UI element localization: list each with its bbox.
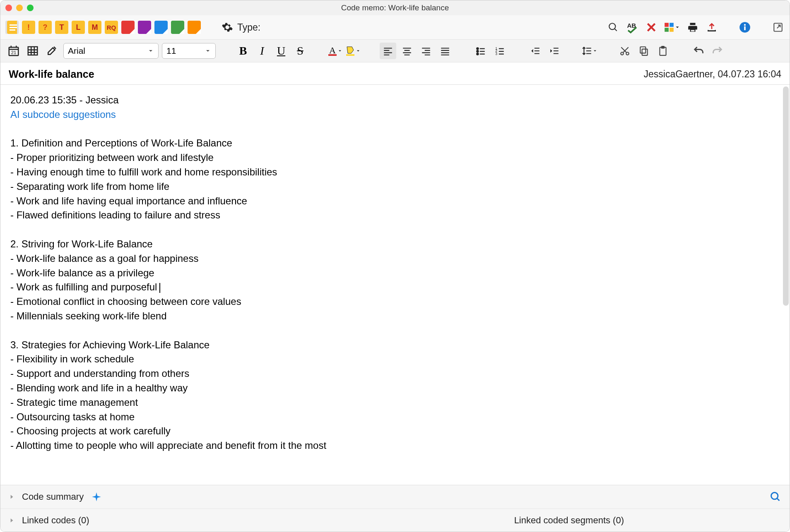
ai-suggestions-link[interactable]: AI subcode suggestions xyxy=(10,108,780,122)
svg-point-48 xyxy=(477,53,478,55)
bullet: - Emotional conflict in choosing between… xyxy=(10,295,780,309)
highlight-color-button[interactable] xyxy=(345,43,361,59)
align-center-button[interactable] xyxy=(399,43,415,59)
t-marker[interactable]: T xyxy=(55,21,68,34)
search-icon[interactable] xyxy=(607,21,620,34)
bullet: - Having enough time to fulfill work and… xyxy=(10,165,780,180)
align-right-button[interactable] xyxy=(418,43,434,59)
svg-text:A: A xyxy=(329,45,336,55)
purple-flag-marker[interactable] xyxy=(138,21,151,34)
svg-rect-28 xyxy=(328,54,337,56)
bullet: - Proper prioritizing between work and l… xyxy=(10,151,780,165)
copy-icon[interactable] xyxy=(636,43,652,59)
redo-button[interactable] xyxy=(709,43,726,59)
outdent-button[interactable] xyxy=(527,43,544,59)
search-summary-icon[interactable] xyxy=(770,491,781,503)
bullet: - Flexibility in work schedule xyxy=(10,352,780,367)
linked-row: Linked codes (0) Linked coded segments (… xyxy=(0,508,790,532)
indent-button[interactable] xyxy=(546,43,563,59)
memo-header: Work-life balance JessicaGaertner, 04.07… xyxy=(0,62,790,85)
bullet-list-button[interactable] xyxy=(472,43,489,59)
svg-rect-1 xyxy=(10,24,17,26)
scrollbar-thumb[interactable] xyxy=(783,86,789,306)
chevron-right-icon xyxy=(9,494,14,500)
bullet: - Blending work and life in a healthy wa… xyxy=(10,381,780,395)
popout-icon[interactable] xyxy=(771,21,785,34)
strikethrough-button[interactable]: S xyxy=(292,43,308,59)
chevron-right-icon xyxy=(9,518,14,523)
italic-button[interactable]: I xyxy=(254,43,270,59)
m-marker[interactable]: M xyxy=(88,21,101,34)
svg-rect-71 xyxy=(642,49,648,55)
code-summary-row[interactable]: Code summary xyxy=(0,485,790,508)
memo-author-date: JessicaGaertner, 04.07.23 16:04 xyxy=(644,69,781,80)
bullet: - Work as fulfilling and purposeful xyxy=(10,280,780,295)
toolbar-primary: ! ? T L M RQ Type: AB xyxy=(0,15,790,39)
undo-button[interactable] xyxy=(690,43,707,59)
exclamation-marker[interactable]: ! xyxy=(22,21,35,34)
font-size-dropdown[interactable]: 11 xyxy=(162,43,216,59)
svg-marker-75 xyxy=(92,492,101,501)
bullet: - Separating work life from home life xyxy=(10,180,780,194)
svg-point-15 xyxy=(744,24,746,26)
font-family-dropdown[interactable]: Arial xyxy=(63,43,159,59)
svg-rect-11 xyxy=(665,28,669,32)
svg-point-46 xyxy=(477,48,478,49)
close-window-button[interactable] xyxy=(5,5,12,11)
svg-rect-22 xyxy=(28,47,38,55)
bullet: - Choosing projects at work carefully xyxy=(10,424,780,439)
bullet: - Work and life having equal importance … xyxy=(10,194,780,208)
info-icon[interactable] xyxy=(738,21,751,34)
svg-rect-74 xyxy=(662,46,665,48)
paste-icon[interactable] xyxy=(655,43,671,59)
underline-button[interactable]: U xyxy=(273,43,289,59)
align-left-button[interactable] xyxy=(380,43,396,59)
memo-body[interactable]: 20.06.23 15:35 - Jessica AI subcode sugg… xyxy=(0,85,790,485)
toolbar-formatting: 21 Arial 11 B I U S A xyxy=(0,39,790,62)
text-color-button[interactable]: A xyxy=(328,43,342,59)
bullet: - Flawed definitions leading to failure … xyxy=(10,208,780,223)
align-justify-button[interactable] xyxy=(437,43,453,59)
color-grid-dropdown[interactable] xyxy=(664,21,680,34)
cut-icon[interactable] xyxy=(617,43,633,59)
window-title: Code memo: Work-life balance xyxy=(341,3,449,12)
table-icon[interactable] xyxy=(24,43,41,59)
green-flag-marker[interactable] xyxy=(171,21,184,34)
sparkle-icon[interactable] xyxy=(91,491,102,502)
svg-rect-12 xyxy=(670,28,674,32)
l-marker[interactable]: L xyxy=(72,21,85,34)
bullet: - Work-life balance as a goal for happin… xyxy=(10,252,780,266)
blue-flag-marker[interactable] xyxy=(154,21,168,34)
linked-codes-label[interactable]: Linked codes (0) xyxy=(22,515,89,526)
svg-rect-9 xyxy=(665,23,669,27)
footer-panel: Code summary Linked codes (0) Linked cod… xyxy=(0,485,790,532)
bullet: - Millennials seeking work-life blend xyxy=(10,309,780,324)
settings-gear-icon[interactable] xyxy=(221,21,234,34)
titlebar: Code memo: Work-life balance xyxy=(0,0,790,15)
font-family-value: Arial xyxy=(68,46,85,56)
maximize-window-button[interactable] xyxy=(27,5,34,11)
red-flag-marker[interactable] xyxy=(121,21,135,34)
svg-point-76 xyxy=(771,493,778,499)
orange-flag-marker[interactable] xyxy=(188,21,201,34)
delete-x-icon[interactable] xyxy=(645,21,658,34)
export-icon[interactable] xyxy=(705,21,718,34)
bold-button[interactable]: B xyxy=(235,43,251,59)
bullet: - Support and understanding from others xyxy=(10,367,780,381)
svg-text:3: 3 xyxy=(495,52,497,56)
window-controls xyxy=(5,5,34,11)
bullet: - Strategic time management xyxy=(10,395,780,410)
calendar-icon[interactable]: 21 xyxy=(5,43,22,59)
svg-rect-10 xyxy=(670,23,674,27)
brush-icon[interactable] xyxy=(43,43,60,59)
rq-marker[interactable]: RQ xyxy=(105,21,118,34)
print-icon[interactable] xyxy=(686,21,699,34)
question-marker[interactable]: ? xyxy=(39,21,52,34)
line-spacing-button[interactable] xyxy=(582,43,597,59)
numbered-list-button[interactable]: 123 xyxy=(491,43,508,59)
spellcheck-icon[interactable]: AB xyxy=(626,21,639,34)
linked-segments-label[interactable]: Linked coded segments (0) xyxy=(514,515,624,526)
memo-icon[interactable] xyxy=(5,21,19,34)
bullet: - Outsourcing tasks at home xyxy=(10,410,780,424)
minimize-window-button[interactable] xyxy=(16,5,23,11)
